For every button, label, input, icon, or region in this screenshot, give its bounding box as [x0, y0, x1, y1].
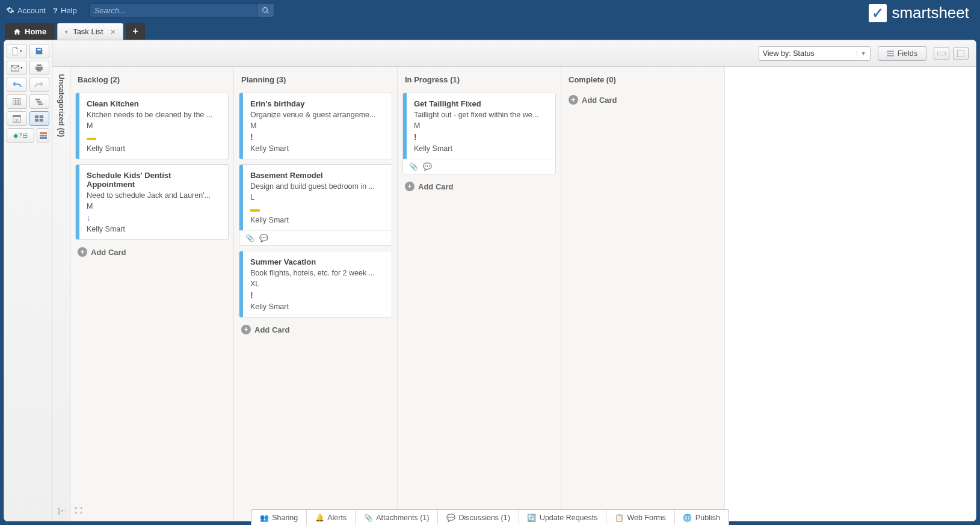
lane-backlog: Backlog (2) Clean Kitchen Kitchen needs … — [70, 67, 234, 521]
card-title: Clean Kitchen — [87, 99, 221, 108]
card[interactable]: Schedule Kids' Dentist Appointment Need … — [75, 164, 229, 240]
attachment-icon[interactable]: 📎 — [245, 234, 254, 242]
close-icon[interactable]: × — [111, 27, 116, 37]
globe-icon: 🌐 — [683, 514, 692, 522]
help-link[interactable]: ? Help — [53, 6, 77, 15]
fields-label: Fields — [898, 49, 917, 58]
card[interactable]: Clean Kitchen Kitchen needs to be cleane… — [75, 93, 229, 159]
search-input[interactable] — [89, 3, 257, 17]
card-owner: Kelly Smart — [250, 216, 384, 224]
mail-button[interactable]: ▾ — [7, 61, 27, 75]
tab-home[interactable]: Home — [5, 23, 55, 40]
gantt-icon — [35, 98, 43, 105]
save-button[interactable] — [29, 44, 50, 58]
question-icon: ? — [53, 6, 58, 15]
btab-sharing[interactable]: 👥Sharing — [251, 510, 307, 525]
viewby-label: View by: Status — [763, 49, 815, 58]
print-icon — [35, 64, 43, 72]
comment-icon[interactable]: 💬 — [423, 162, 432, 171]
full-icon — [957, 50, 964, 57]
priority-high-icon: ! — [250, 132, 384, 142]
svg-rect-7 — [40, 115, 43, 118]
svg-rect-9 — [40, 119, 43, 122]
btab-update-requests[interactable]: 🔄Update Requests — [519, 510, 607, 525]
card-view-button[interactable] — [29, 111, 50, 126]
calendar-view-button[interactable]: 31 — [7, 111, 27, 126]
btab-attachments[interactable]: 📎Attachments (1) — [356, 510, 438, 525]
card-icon — [35, 115, 43, 122]
levels-button[interactable] — [37, 128, 49, 143]
brand: ✓ smartsheet — [869, 4, 969, 22]
bottom-tabs: 👥Sharing 🔔Alerts 📎Attachments (1) 💬Discu… — [251, 509, 729, 525]
plus-circle-icon: + — [241, 325, 251, 334]
btab-publish-label: Publish — [695, 514, 720, 522]
svg-rect-1 — [37, 101, 42, 102]
hierarchy-button[interactable]: ◆?⊟ — [7, 128, 34, 143]
tab-home-label: Home — [25, 27, 46, 36]
btab-discussions-label: Discussions (1) — [458, 514, 510, 522]
btab-publish[interactable]: 🌐Publish — [675, 510, 729, 525]
priority-high-icon: ! — [250, 290, 384, 300]
print-button[interactable] — [29, 61, 50, 75]
add-card-label: Add Card — [254, 325, 290, 334]
card[interactable]: Get Taillight Fixed Taillight out - get … — [402, 93, 556, 174]
viewby-select[interactable]: View by: Status ▼ — [759, 46, 871, 61]
svg-rect-0 — [35, 99, 40, 100]
card-owner: Kelly Smart — [87, 144, 221, 153]
add-card-button[interactable]: +Add Card — [402, 179, 556, 194]
tab-sheet[interactable]: ▾ Task List × — [57, 23, 123, 40]
lane-uncategorized[interactable]: Uncategorized (0) — [52, 67, 70, 521]
add-card-button[interactable]: +Add Card — [239, 322, 392, 337]
search-icon — [262, 7, 270, 14]
undo-button[interactable] — [7, 78, 27, 92]
lane-uncategorized-title: Uncategorized (0) — [57, 74, 66, 137]
card-size-group — [934, 47, 969, 60]
lane-backlog-title: Backlog (2) — [75, 73, 229, 88]
card[interactable]: Erin's birthday Organize venue & guest a… — [239, 93, 392, 159]
add-card-button[interactable]: +Add Card — [566, 93, 720, 107]
lane-planning-title: Planning (3) — [239, 73, 392, 88]
left-toolbar: ▾ ▾ 31 ◆?⊟ — [4, 40, 52, 521]
tab-add[interactable]: + — [126, 23, 145, 40]
account-label: Account — [17, 6, 46, 15]
card-owner: Kelly Smart — [250, 144, 384, 153]
add-card-button[interactable]: +Add Card — [75, 245, 229, 259]
help-label: Help — [61, 6, 77, 15]
people-icon: 👥 — [260, 514, 268, 522]
fields-button[interactable]: Fields — [878, 46, 926, 61]
comment-icon[interactable]: 💬 — [259, 234, 268, 242]
list-icon — [887, 51, 894, 57]
top-bar: Account ? Help ✓ smartsheet — [0, 0, 980, 20]
add-card-label: Add Card — [91, 248, 126, 257]
btab-web-forms-label: Web Forms — [627, 514, 665, 522]
card-size: M — [87, 121, 221, 130]
card-owner: Kelly Smart — [250, 302, 384, 311]
btab-web-forms[interactable]: 📋Web Forms — [606, 510, 674, 525]
card-title: Erin's birthday — [250, 99, 384, 108]
compact-size-button[interactable] — [934, 47, 949, 60]
lane-inprogress-title: In Progress (1) — [402, 73, 556, 88]
account-link[interactable]: Account — [6, 6, 46, 15]
redo-button[interactable] — [29, 78, 50, 92]
redo-icon — [34, 81, 44, 88]
attachment-icon[interactable]: 📎 — [409, 162, 418, 171]
btab-sharing-label: Sharing — [272, 514, 298, 522]
priority-med-icon — [250, 204, 384, 213]
btab-discussions[interactable]: 💬Discussions (1) — [438, 510, 519, 525]
card[interactable]: Summer Vacation Book flights, hotels, et… — [239, 251, 392, 318]
compact-icon — [937, 52, 946, 55]
svg-rect-2 — [39, 103, 43, 105]
grid-view-button[interactable] — [7, 94, 27, 109]
card[interactable]: Basement Remodel Design and build guest … — [239, 164, 392, 246]
gantt-view-button[interactable] — [29, 94, 50, 109]
btab-attachments-label: Attachments (1) — [376, 514, 429, 522]
card-desc: Organize venue & guest arrangeme... — [250, 111, 384, 119]
lane-inprogress: In Progress (1) Get Taillight Fixed Tail… — [398, 67, 561, 521]
search-button[interactable] — [257, 3, 274, 17]
btab-alerts[interactable]: 🔔Alerts — [307, 510, 356, 525]
board: Uncategorized (0) Backlog (2) Clean Kitc… — [52, 67, 976, 521]
card-desc: Need to schedule Jack and Lauren'... — [87, 191, 221, 200]
full-size-button[interactable] — [953, 47, 969, 60]
new-button[interactable]: ▾ — [7, 44, 27, 58]
calendar-icon: 31 — [13, 114, 21, 123]
